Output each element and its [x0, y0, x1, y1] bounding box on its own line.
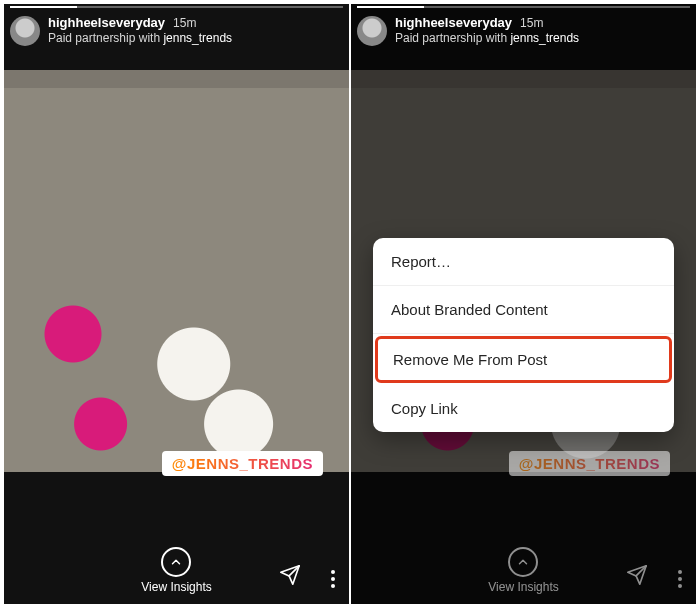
mention-sticker-text: @JENNS_TRENDS	[519, 455, 660, 472]
story-username[interactable]: highheelseveryday	[395, 15, 512, 30]
view-insights-button: View Insights	[488, 547, 558, 594]
story-header-text: highheelseveryday 15m Paid partnership w…	[395, 15, 579, 45]
partnership-prefix: Paid partnership with	[395, 31, 507, 45]
view-insights-button[interactable]: View Insights	[141, 547, 211, 594]
story-timestamp: 15m	[173, 16, 196, 30]
menu-item-about-branded-content[interactable]: About Branded Content	[373, 286, 674, 334]
story-progress-bar	[10, 6, 343, 8]
story-image[interactable]	[4, 4, 349, 604]
story-header-text: highheelseveryday 15m Paid partnership w…	[48, 15, 232, 45]
story-screen-right: highheelseveryday 15m Paid partnership w…	[351, 4, 696, 604]
chevron-up-icon	[508, 547, 538, 577]
story-screen-left: highheelseveryday 15m Paid partnership w…	[4, 4, 349, 604]
action-sheet: Report… About Branded Content Remove Me …	[373, 238, 674, 432]
story-timestamp: 15m	[520, 16, 543, 30]
chevron-up-icon	[161, 547, 191, 577]
story-bottom-bar: View Insights	[4, 547, 349, 594]
avatar[interactable]	[10, 16, 40, 46]
story-header: highheelseveryday 15m Paid partnership w…	[10, 10, 343, 46]
story-header: highheelseveryday 15m Paid partnership w…	[357, 10, 690, 46]
more-options-icon[interactable]	[331, 570, 335, 588]
partnership-prefix: Paid partnership with	[48, 31, 160, 45]
partnership-line: Paid partnership with jenns_trends	[48, 31, 232, 45]
send-icon	[626, 564, 648, 590]
story-bottom-bar: View Insights	[351, 547, 696, 594]
story-username[interactable]: highheelseveryday	[48, 15, 165, 30]
mention-sticker: @JENNS_TRENDS	[509, 451, 670, 476]
avatar[interactable]	[357, 16, 387, 46]
partnership-brand[interactable]: jenns_trends	[510, 31, 579, 45]
menu-item-copy-link[interactable]: Copy Link	[373, 385, 674, 432]
story-progress-bar	[357, 6, 690, 8]
more-options-icon	[678, 570, 682, 588]
mention-sticker-text: @JENNS_TRENDS	[172, 455, 313, 472]
view-insights-label: View Insights	[141, 580, 211, 594]
view-insights-label: View Insights	[488, 580, 558, 594]
send-icon[interactable]	[279, 564, 301, 590]
menu-item-report[interactable]: Report…	[373, 238, 674, 286]
mention-sticker[interactable]: @JENNS_TRENDS	[162, 451, 323, 476]
partnership-line: Paid partnership with jenns_trends	[395, 31, 579, 45]
partnership-brand[interactable]: jenns_trends	[163, 31, 232, 45]
menu-item-remove-me[interactable]: Remove Me From Post	[375, 336, 672, 383]
